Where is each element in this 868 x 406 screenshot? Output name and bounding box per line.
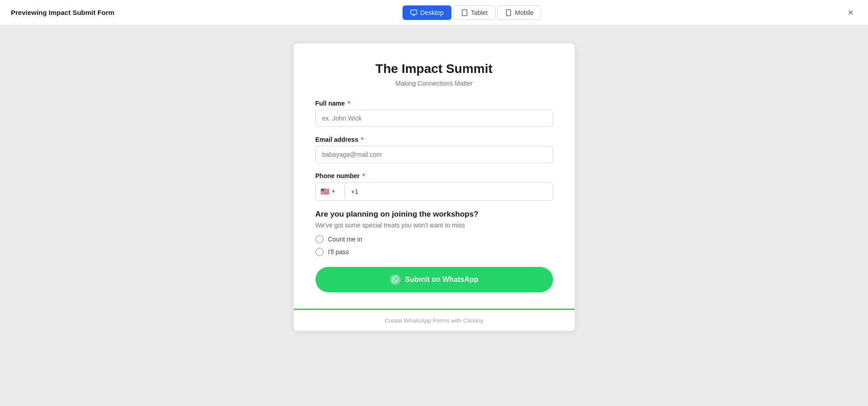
radio-label-ill-pass[interactable]: I'll pass	[328, 248, 349, 256]
mobile-view-button[interactable]: Mobile	[497, 5, 541, 20]
phone-country-selector[interactable]: 🇺🇸 ▼	[316, 183, 345, 200]
phone-number-input[interactable]	[345, 184, 553, 200]
form-card: The Impact Summit Making Connections Mat…	[294, 44, 575, 331]
email-input[interactable]	[315, 146, 553, 163]
email-label: Email address *	[315, 136, 553, 143]
page-content: The Impact Summit Making Connections Mat…	[0, 25, 868, 406]
flag-emoji: 🇺🇸	[320, 187, 330, 196]
phone-required: *	[361, 172, 365, 179]
full-name-input[interactable]	[315, 110, 553, 127]
radio-count-me-in[interactable]	[315, 235, 324, 243]
workshop-question-section: Are you planning on joining the workshop…	[315, 210, 553, 256]
radio-option-count-me-in[interactable]: Count me in	[315, 235, 553, 243]
full-name-field-group: Full name *	[315, 100, 553, 127]
radio-ill-pass[interactable]	[315, 248, 324, 256]
whatsapp-icon	[390, 274, 401, 285]
radio-option-ill-pass[interactable]: I'll pass	[315, 248, 553, 256]
full-name-required: *	[346, 100, 350, 107]
form-title: The Impact Summit	[315, 62, 553, 76]
mobile-label: Mobile	[515, 9, 533, 16]
mobile-icon	[505, 9, 512, 16]
topbar: Previewing Impact Submit Form Desktop Ta…	[0, 0, 868, 25]
desktop-label: Desktop	[420, 9, 443, 16]
email-field-group: Email address *	[315, 136, 553, 163]
full-name-label: Full name *	[315, 100, 553, 107]
phone-label: Phone number *	[315, 172, 553, 179]
close-button[interactable]: ×	[844, 5, 857, 20]
question-title: Are you planning on joining the workshop…	[315, 210, 553, 219]
question-subtitle: We've got some special treats you won't …	[315, 222, 553, 229]
topbar-title: Previewing Impact Submit Form	[11, 9, 114, 16]
view-toggle-group: Desktop Tablet Mobile	[402, 5, 541, 20]
phone-input-wrapper: 🇺🇸 ▼	[315, 182, 553, 201]
email-required: *	[359, 136, 363, 143]
form-body: The Impact Summit Making Connections Mat…	[294, 44, 575, 309]
chevron-down-icon: ▼	[331, 189, 336, 194]
phone-field-group: Phone number * 🇺🇸 ▼	[315, 172, 553, 201]
submit-button-label: Submit on WhatsApp	[405, 276, 479, 284]
tablet-label: Tablet	[471, 9, 488, 16]
tablet-icon	[461, 9, 468, 16]
tablet-view-button[interactable]: Tablet	[453, 5, 495, 20]
form-subtitle: Making Connections Matter	[315, 80, 553, 87]
radio-label-count-me-in[interactable]: Count me in	[328, 236, 362, 243]
footer-text: Create WhatsApp Forms with Clickiny	[384, 317, 483, 324]
svg-rect-0	[411, 10, 417, 14]
whatsapp-svg	[392, 276, 399, 283]
form-footer: Create WhatsApp Forms with Clickiny	[294, 309, 575, 331]
desktop-view-button[interactable]: Desktop	[402, 5, 451, 20]
submit-whatsapp-button[interactable]: Submit on WhatsApp	[315, 267, 553, 292]
monitor-icon	[410, 9, 417, 16]
